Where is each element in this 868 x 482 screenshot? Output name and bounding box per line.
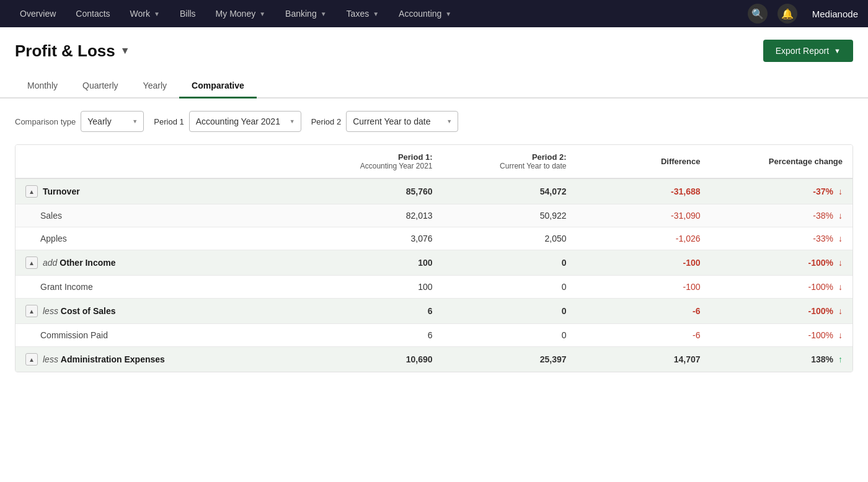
percentage-change-cell: -37%↓ xyxy=(711,178,853,204)
period2-label: Period 2 xyxy=(311,117,341,126)
percentage-change-value: 138% xyxy=(811,354,833,364)
percentage-change-cell: -100%↓ xyxy=(711,299,853,324)
percentage-change-value: -33% xyxy=(813,234,833,243)
table-body: ▲Turnover85,76054,072-31,688-37%↓Sales82… xyxy=(16,178,852,372)
percentage-change-value: -100% xyxy=(808,306,833,316)
export-button-label: Export Report xyxy=(776,46,829,56)
tab-bar: MonthlyQuarterlyYearlyComparative xyxy=(0,64,868,99)
col-header-pct-change: Percentage change xyxy=(711,145,853,178)
percentage-change-value: -38% xyxy=(813,211,833,221)
period1-group: Period 1 Accounting Year 2021 Accounting… xyxy=(154,111,301,132)
increase-icon[interactable]: ↑ xyxy=(838,354,843,364)
nav-icons: 🔍 🔔 Medianode xyxy=(748,4,858,24)
nav-item-my-money[interactable]: My Money▼ xyxy=(206,0,275,27)
collapse-button[interactable]: ▲ xyxy=(25,353,38,366)
decrease-icon[interactable]: ↓ xyxy=(838,306,843,316)
difference-value: -6 xyxy=(577,299,711,324)
period2-value: 0 xyxy=(443,250,577,276)
collapse-button[interactable]: ▲ xyxy=(25,185,38,198)
table-row: ▲Turnover85,76054,072-31,688-37%↓ xyxy=(16,178,852,204)
difference-value: -6 xyxy=(577,324,711,347)
percentage-change-value: -100% xyxy=(808,330,833,340)
period1-value: 100 xyxy=(309,250,443,276)
period1-select-wrapper: Accounting Year 2021 Accounting Year 202… xyxy=(189,111,301,132)
nav-item-banking[interactable]: Banking▼ xyxy=(275,0,337,27)
col-header-difference: Difference xyxy=(577,145,711,178)
collapse-button[interactable]: ▲ xyxy=(25,305,38,317)
sub-row-label: Commission Paid xyxy=(16,324,309,347)
nav-chevron-accounting: ▼ xyxy=(445,11,451,17)
period1-value: 82,013 xyxy=(309,204,443,227)
nav-item-contacts[interactable]: Contacts xyxy=(66,0,120,27)
table-row: ▲add Other Income1000-100-100%↓ xyxy=(16,250,852,276)
period2-value: 0 xyxy=(443,324,577,347)
table-row: Apples3,0762,050-1,026-33%↓ xyxy=(16,227,852,250)
collapse-button[interactable]: ▲ xyxy=(25,256,38,269)
difference-value: -100 xyxy=(577,276,711,299)
table-row: Grant Income1000-100-100%↓ xyxy=(16,276,852,299)
row-label-cell: ▲Turnover xyxy=(16,178,309,204)
period2-select[interactable]: Current Year to date Accounting Year 202… xyxy=(346,111,458,132)
percentage-change-value: -100% xyxy=(808,258,833,268)
row-label-cell: ▲add Other Income xyxy=(16,250,309,276)
tab-monthly[interactable]: Monthly xyxy=(15,74,70,99)
percentage-change-cell: -100%↓ xyxy=(711,250,853,276)
table-row: ▲less Cost of Sales60-6-100%↓ xyxy=(16,299,852,324)
nav-chevron-my-money: ▼ xyxy=(259,11,265,17)
row-label-prefix: less xyxy=(43,306,61,316)
nav-item-accounting[interactable]: Accounting▼ xyxy=(389,0,461,27)
row-label-main: Administration Expenses xyxy=(61,354,165,364)
row-label-main: Cost of Sales xyxy=(61,306,116,316)
table-row: Sales82,01350,922-31,090-38%↓ xyxy=(16,204,852,227)
period2-group: Period 2 Current Year to date Accounting… xyxy=(311,111,458,132)
export-chevron-icon: ▼ xyxy=(834,47,841,55)
period1-select[interactable]: Accounting Year 2021 Accounting Year 202… xyxy=(189,111,301,132)
nav-item-bills[interactable]: Bills xyxy=(170,0,206,27)
tab-comparative[interactable]: Comparative xyxy=(179,74,257,99)
row-label-main: Other Income xyxy=(60,258,115,268)
nav-items: OverviewContactsWork▼BillsMy Money▼Banki… xyxy=(10,0,748,27)
decrease-icon[interactable]: ↓ xyxy=(838,282,843,292)
tab-quarterly[interactable]: Quarterly xyxy=(70,74,131,99)
decrease-icon[interactable]: ↓ xyxy=(838,186,843,196)
brand-name: Medianode xyxy=(812,9,858,19)
search-button[interactable]: 🔍 xyxy=(748,4,768,24)
decrease-icon[interactable]: ↓ xyxy=(838,234,843,243)
nav-item-overview[interactable]: Overview xyxy=(10,0,66,27)
comparison-type-group: Comparison type Yearly Monthly Quarterly xyxy=(15,111,144,132)
row-label-main: Turnover xyxy=(43,186,80,196)
export-report-button[interactable]: Export Report ▼ xyxy=(763,40,853,62)
nav-item-taxes[interactable]: Taxes▼ xyxy=(337,0,389,27)
percentage-change-cell: -100%↓ xyxy=(711,324,853,347)
percentage-change-value: -100% xyxy=(808,282,833,292)
tab-yearly[interactable]: Yearly xyxy=(131,74,179,99)
period1-value: 10,690 xyxy=(309,347,443,372)
decrease-icon[interactable]: ↓ xyxy=(838,258,843,268)
percentage-change-cell: -38%↓ xyxy=(711,204,853,227)
col-header-name xyxy=(16,145,309,178)
decrease-icon[interactable]: ↓ xyxy=(838,330,843,340)
page-header: Profit & Loss ▼ Export Report ▼ xyxy=(0,27,868,62)
row-label-prefix: add xyxy=(43,258,60,268)
comparison-type-select-wrapper: Yearly Monthly Quarterly xyxy=(81,111,144,132)
row-label-cell: ▲less Administration Expenses xyxy=(16,347,309,372)
difference-value: -100 xyxy=(577,250,711,276)
comparison-type-select[interactable]: Yearly Monthly Quarterly xyxy=(81,111,144,132)
nav-item-work[interactable]: Work▼ xyxy=(120,0,170,27)
period2-value: 0 xyxy=(443,276,577,299)
percentage-change-cell: -33%↓ xyxy=(711,227,853,250)
period2-value: 54,072 xyxy=(443,178,577,204)
period2-select-wrapper: Current Year to date Accounting Year 202… xyxy=(346,111,458,132)
top-navigation: OverviewContactsWork▼BillsMy Money▼Banki… xyxy=(0,0,868,27)
title-dropdown-icon[interactable]: ▼ xyxy=(120,45,130,56)
percentage-change-cell: 138%↑ xyxy=(711,347,853,372)
notifications-button[interactable]: 🔔 xyxy=(777,4,797,24)
nav-chevron-work: ▼ xyxy=(154,11,160,17)
col-header-period2: Period 2: Current Year to date xyxy=(443,145,577,178)
tabs-container: MonthlyQuarterlyYearlyComparative xyxy=(15,74,257,97)
nav-chevron-taxes: ▼ xyxy=(373,11,379,17)
row-label-prefix: less xyxy=(43,354,61,364)
report-table: Period 1: Accounting Year 2021 Period 2:… xyxy=(16,145,852,372)
decrease-icon[interactable]: ↓ xyxy=(838,211,843,221)
period1-value: 85,760 xyxy=(309,178,443,204)
